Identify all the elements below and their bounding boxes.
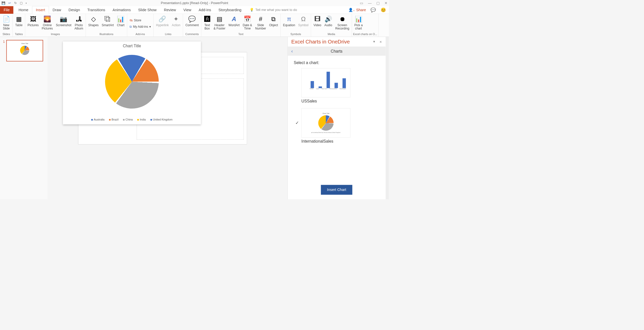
chart-legend: Australia Brazil China India United King…	[88, 115, 176, 124]
close-icon[interactable]: ✕	[384, 1, 388, 5]
screen-recording-button[interactable]: ⏺ScreenRecording	[334, 14, 350, 33]
my-addins-button[interactable]: ⧉My Add-ins ▾	[128, 24, 152, 29]
share-icon: 👤₊	[348, 8, 355, 12]
group-media-label: Media	[312, 33, 350, 36]
comment-button[interactable]: 💬Comment	[184, 14, 200, 33]
new-slide-button[interactable]: 📄NewSlide	[1, 14, 11, 33]
slide-number-icon: #	[259, 15, 262, 23]
qat-dropdown-icon[interactable]: ▾	[26, 2, 27, 4]
save-icon[interactable]: 💾	[2, 1, 5, 5]
smiley-icon[interactable]: 😊	[381, 7, 386, 12]
minimize-icon[interactable]: —	[368, 1, 372, 5]
pane-dropdown-icon[interactable]: ▼	[373, 40, 376, 43]
select-a-chart-label: Select a chart:	[294, 60, 380, 65]
window-controls: ▭ — ▢ ✕	[360, 1, 388, 5]
group-slides-label: Slides	[1, 33, 11, 36]
header-footer-icon: ▤	[217, 15, 222, 23]
tab-storyboarding[interactable]: Storyboarding	[215, 6, 245, 14]
undo-icon[interactable]: ↩	[8, 1, 11, 5]
group-tables-label: Tables	[14, 33, 24, 36]
tab-transitions[interactable]: Transitions	[84, 6, 109, 14]
group-text-label: Text	[203, 33, 279, 36]
wordart-button[interactable]: AWordArt	[227, 14, 241, 33]
smartart-icon: ⿻	[105, 15, 111, 23]
start-from-beginning-icon[interactable]: ▢	[20, 1, 23, 5]
group-images-label: Images	[26, 33, 85, 36]
pictures-button[interactable]: 🖼Pictures	[26, 14, 40, 33]
wordart-icon: A	[232, 15, 236, 23]
object-button[interactable]: ⧉Object	[268, 14, 279, 33]
action-icon: ✦	[173, 15, 179, 23]
video-button[interactable]: 🎞Video	[312, 14, 323, 33]
tab-draw[interactable]: Draw	[49, 6, 65, 14]
smartart-button[interactable]: ⿻SmartArt	[101, 14, 115, 33]
chart-card-ussales[interactable]: Florida Iowa New York Pennsylvania Washi…	[301, 68, 350, 97]
chart-preview-overlay[interactable]: Chart Title Australia Brazil China India…	[63, 41, 201, 124]
group-excel-charts-label: Excel charts on O...	[353, 33, 377, 36]
pane-crumb-label: Charts	[288, 49, 386, 54]
tab-home[interactable]: Home	[15, 6, 32, 14]
group-comments-label: Comments	[184, 33, 200, 36]
tell-me-search[interactable]: 💡 Tell me what you want to do	[250, 8, 297, 12]
equation-button[interactable]: πEquation	[282, 14, 296, 33]
quick-access-toolbar: 💾 ↩ ↻ ▢ ▾	[2, 1, 27, 5]
date-time-button[interactable]: 📅Date &Time	[241, 14, 253, 33]
tab-animations[interactable]: Animations	[109, 6, 135, 14]
tab-slideshow[interactable]: Slide Show	[135, 6, 160, 14]
mini-chart-title: Chart Title	[323, 112, 330, 114]
tab-design[interactable]: Design	[65, 6, 84, 14]
video-icon: 🎞	[314, 15, 320, 23]
pick-a-chart-button[interactable]: 📊Pick achart	[353, 14, 364, 33]
table-button[interactable]: ▦Table	[14, 14, 24, 33]
tab-addins[interactable]: Add-ins	[195, 6, 215, 14]
maximize-icon[interactable]: ▢	[376, 1, 380, 5]
bar-pennsylvania	[334, 83, 338, 88]
action-button[interactable]: ✦Action	[171, 14, 182, 33]
tab-view[interactable]: View	[180, 6, 195, 14]
store-button[interactable]: 🛍Store	[128, 18, 152, 23]
window-title: Presentation1.pptx [Read-Only] - PowerPo…	[161, 1, 228, 5]
bar-iowa	[319, 86, 322, 88]
hyperlink-button[interactable]: 🔗Hyperlink	[155, 14, 170, 33]
chart-card-international[interactable]: ✓ Chart Title ■ Australia ■ Brazil ■ Chi…	[301, 108, 350, 138]
pick-a-chart-icon: 📊	[355, 15, 362, 23]
insert-chart-button[interactable]: Insert Chart	[321, 185, 352, 195]
slide-1-thumbnail[interactable]: Chart Title	[6, 40, 43, 62]
symbol-button[interactable]: ΩSymbol	[297, 14, 310, 33]
pane-scrollbar[interactable]	[385, 37, 389, 199]
comments-icon[interactable]: 💬	[371, 7, 376, 12]
text-box-icon: 🅰	[204, 15, 210, 23]
ribbon-insert: 📄NewSlide Slides ▦Table Tables 🖼Pictures…	[0, 14, 389, 37]
legend-uk: United Kingdom	[153, 118, 172, 121]
legend-brazil: Brazil	[111, 118, 118, 121]
pie-chart	[105, 55, 159, 109]
slide-number-button[interactable]: #SlideNumber	[254, 14, 267, 33]
symbol-icon: Ω	[301, 15, 305, 23]
pane-close-icon[interactable]: ✕	[379, 40, 382, 43]
group-symbols-label: Symbols	[282, 33, 310, 36]
legend-australia: Australia	[94, 118, 104, 121]
title-bar: 💾 ↩ ↻ ▢ ▾ Presentation1.pptx [Read-Only]…	[0, 0, 389, 6]
share-button[interactable]: 👤₊ Share	[348, 8, 366, 12]
tab-insert[interactable]: Insert	[32, 6, 49, 14]
audio-icon: 🔊	[325, 15, 332, 23]
pane-back-icon[interactable]: ‹	[291, 49, 293, 54]
audio-button[interactable]: 🔊Audio	[323, 14, 334, 33]
shapes-button[interactable]: ◇Shapes	[87, 14, 100, 33]
online-pictures-button[interactable]: 🌄OnlinePictures	[40, 14, 54, 33]
legend-china: China	[125, 118, 133, 121]
screenshot-button[interactable]: 📷Screenshot	[55, 14, 73, 33]
mini-pie-icon	[318, 115, 333, 131]
header-footer-button[interactable]: ▤Header& Footer	[212, 14, 227, 33]
chart-button[interactable]: 📊Chart	[116, 14, 126, 33]
ribbon-display-icon[interactable]: ▭	[360, 1, 363, 5]
photo-album-button[interactable]: 🏞PhotoAlbum	[73, 14, 84, 33]
pane-breadcrumb: ‹ Charts	[288, 47, 386, 56]
chart-title: Chart Title	[123, 44, 141, 49]
text-box-button[interactable]: 🅰TextBox	[203, 14, 212, 33]
tab-review[interactable]: Review	[160, 6, 180, 14]
excel-charts-pane: Excel Charts in OneDrive ▼ ✕ ‹ Charts Se…	[287, 37, 386, 199]
redo-icon[interactable]: ↻	[14, 1, 17, 5]
tab-file[interactable]: File	[0, 6, 13, 14]
ribbon-tabs: File Home Insert Draw Design Transitions…	[0, 6, 389, 14]
